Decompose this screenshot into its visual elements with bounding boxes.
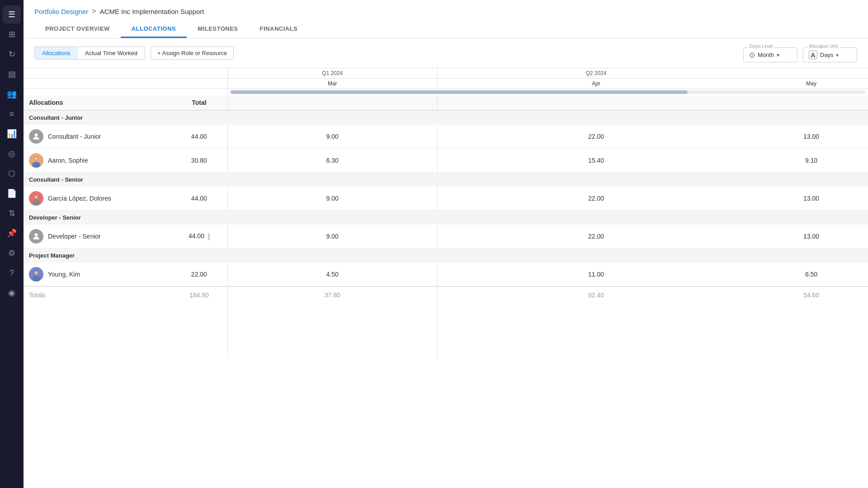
apr-value: 22.00 [437,125,755,149]
scroll-bar[interactable] [231,90,865,94]
sidebar-icon-refresh[interactable]: ↻ [3,45,21,63]
total-value: 44.00 [171,187,227,211]
tab-milestones[interactable]: MILESTONES [187,21,249,38]
total-value: 22.00 [171,263,227,286]
sidebar-icon-dashboard[interactable]: ⊞ [3,25,21,43]
sidebar-icon-settings[interactable]: ⚙ [3,244,21,262]
may-value: 6.50 [755,263,868,286]
sidebar-icon-list[interactable]: ≡ [3,105,21,123]
person-name-cell: Young, Kim [24,263,171,286]
breadcrumb-link[interactable]: Portfolio Designer [34,8,88,15]
month-apr: Apr [437,79,755,89]
breadcrumb-separator: > [92,7,96,15]
category-label: Consultant - Senior [24,173,868,187]
sidebar-icon-circle[interactable]: ◉ [3,284,21,302]
sidebar-icon-bar-chart[interactable]: 📊 [3,125,21,143]
sidebar-icon-transfer[interactable]: ⇅ [3,204,21,222]
totals-label: Totals [24,286,171,303]
mar-value: 6.30 [227,149,437,173]
empty-total-month [171,79,227,89]
mar-value: 9.00 [227,187,437,211]
may-value: 13.00 [755,187,868,211]
may-value: 13.00 [755,125,868,149]
main-content: Portfolio Designer > ACME Inc Implementa… [24,0,868,488]
sidebar-icon-help[interactable]: ? [3,264,21,282]
mar-column-header [227,95,437,110]
total-value: 44.00 [171,225,227,249]
sidebar-icon-location[interactable]: ◎ [3,145,21,163]
svg-point-13 [34,271,38,275]
may-quarter-empty [755,68,868,79]
person-name: Developer - Senior [48,233,101,240]
totals-apr: 92.40 [437,286,755,303]
breadcrumb-current: ACME Inc Implementation Support [100,8,204,15]
toggle-actual-time[interactable]: Actual Time Worked [78,47,145,59]
sidebar-icon-tag[interactable]: ⬡ [3,164,21,183]
resize-handle[interactable] [208,233,210,240]
person-name: Young, Kim [48,271,80,278]
alloc-icon: A [809,51,817,59]
empty-name-month [24,79,171,89]
table-row[interactable]: García López, Dolores 44.00 9.00 22.00 1… [24,187,868,211]
allocations-column-header: Allocations [24,95,171,110]
alloc-value: Days [820,52,834,58]
svg-point-9 [35,233,38,236]
table-row[interactable]: Young, Kim 22.00 4.50 11.00 6.50 [24,263,868,286]
q2-header: Q2 2024 [437,68,755,79]
empty-row [24,339,868,357]
total-value: 44.00 [171,125,227,149]
zoom-value: Month [758,52,774,58]
may-column-header [755,95,868,110]
zoom-arrow: ▾ [777,52,779,58]
sidebar-icon-people[interactable]: 👥 [3,85,21,103]
empty-row [24,303,868,321]
category-row: Project Manager [24,249,868,263]
allocation-table: Q1 2024 Q2 2024 Mar Apr May [24,68,868,357]
assign-role-button[interactable]: + Assign Role or Resource [151,47,234,60]
table-body: Consultant - Junior Consultant - Junior … [24,110,868,357]
tab-allocations[interactable]: ALLOCATIONS [121,21,187,38]
month-mar: Mar [227,79,437,89]
person-name-cell: Aaron, Sophie [24,149,171,173]
person-name: Aaron, Sophie [48,157,88,164]
category-label: Developer - Senior [24,211,868,225]
category-label: Project Manager [24,249,868,263]
sidebar-icon-menu[interactable]: ☰ [3,5,21,23]
quarter-header-row: Q1 2024 Q2 2024 [24,68,868,79]
category-row: Developer - Senior [24,211,868,225]
apr-column-header [437,95,755,110]
empty-total-header [171,68,227,79]
table-row[interactable]: Developer - Senior 44.00 9.00 22.00 13.0… [24,225,868,249]
zoom-level-dropdown[interactable]: Zoom Level ⊙ Month ▾ [743,47,797,62]
zoom-level-select[interactable]: ⊙ Month ▾ [743,47,797,62]
table-row[interactable]: Consultant - Junior 44.00 9.00 22.00 13.… [24,125,868,149]
totals-mar: 37.80 [227,286,437,303]
person-name-cell: Developer - Senior [24,225,171,249]
person-name-cell: Consultant - Junior [24,125,171,149]
avatar [29,153,43,168]
tab-bar: PROJECT OVERVIEW ALLOCATIONS MILESTONES … [34,21,857,38]
month-may: May [755,79,868,89]
allocation-unit-select[interactable]: A Days ▾ [803,47,857,62]
avatar [29,129,43,144]
sidebar: ☰⊞↻▤👥≡📊◎⬡📄⇅📌⚙?◉ [0,0,24,488]
tab-financials[interactable]: FINANCIALS [249,21,309,38]
may-value: 9.10 [755,149,868,173]
sidebar-icon-file[interactable]: 📄 [3,184,21,202]
allocation-unit-dropdown[interactable]: Allocation Unit A Days ▾ [803,47,857,62]
sidebar-icon-pin[interactable]: 📌 [3,224,21,242]
month-header-row: Mar Apr May [24,79,868,89]
category-row: Consultant - Junior [24,110,868,125]
apr-value: 11.00 [437,263,755,286]
totals-may: 54.60 [755,286,868,303]
totals-row: Totals 184.80 37.80 92.40 54.60 [24,286,868,303]
table-row[interactable]: Aaron, Sophie 30.80 6.30 15.40 9.10 [24,149,868,173]
grid-area: Q1 2024 Q2 2024 Mar Apr May [24,68,868,488]
apr-value: 22.00 [437,187,755,211]
mar-value: 4.50 [227,263,437,286]
tab-project-overview[interactable]: PROJECT OVERVIEW [34,21,121,38]
toggle-allocations[interactable]: Allocations [35,47,78,59]
person-name-cell: García López, Dolores [24,187,171,211]
q1-header: Q1 2024 [227,68,437,79]
sidebar-icon-chart-bar[interactable]: ▤ [3,65,21,83]
